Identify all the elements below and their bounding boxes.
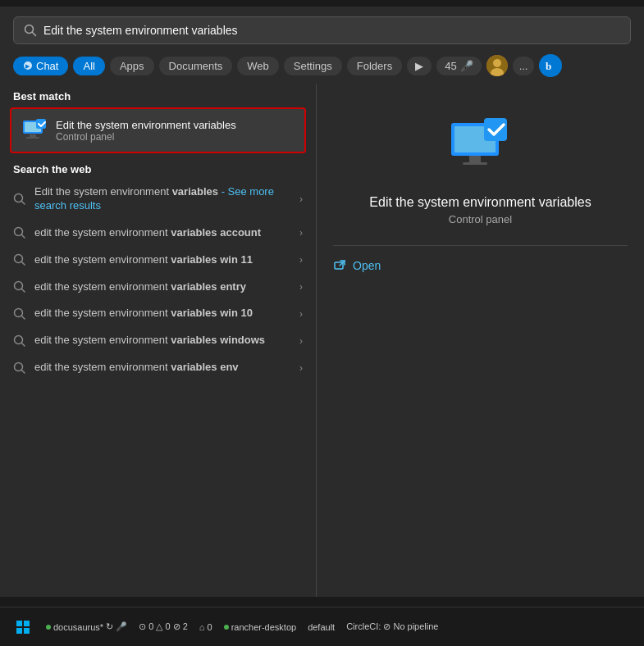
web-item-arrow-4: › — [299, 308, 303, 320]
right-panel-divider — [333, 245, 628, 246]
chat-filter-icon: ▶ — [23, 61, 33, 71]
svg-line-18 — [22, 262, 25, 266]
web-item-arrow-2: › — [299, 254, 303, 266]
right-panel-icon-container — [448, 116, 514, 182]
svg-point-5 — [493, 59, 501, 67]
web-item-arrow-5: › — [299, 335, 303, 347]
taskbar-circleci[interactable]: CircleCI: ⊘ No pipeline — [343, 620, 441, 634]
taskbar-r0[interactable]: ⌂ 0 — [196, 621, 216, 634]
content-area: Best match Edit the system environmen — [0, 84, 644, 597]
start-button[interactable] — [7, 611, 39, 644]
web-item-text-6: edit the system environment variables en… — [34, 361, 291, 375]
svg-rect-10 — [30, 134, 36, 137]
svg-rect-11 — [26, 137, 39, 139]
web-item-1[interactable]: edit the system environment variables ac… — [0, 220, 316, 247]
web-search-icon-2 — [13, 253, 26, 266]
svg-line-1 — [33, 33, 36, 36]
svg-rect-36 — [16, 628, 22, 634]
right-panel: Edit the system environment variables Co… — [317, 84, 644, 597]
user-avatar[interactable] — [486, 55, 508, 76]
web-item-text-3: edit the system environment variables en… — [34, 280, 291, 294]
web-search-icon-3 — [13, 280, 26, 293]
svg-line-26 — [22, 370, 25, 373]
web-search-icon-0 — [13, 193, 26, 206]
svg-rect-34 — [16, 621, 22, 626]
search-panel: Edit the system environment variables ▶ … — [0, 7, 644, 597]
web-search-icon-1 — [13, 226, 26, 239]
filter-chat-button[interactable]: ▶ Chat — [13, 57, 68, 75]
web-item-6[interactable]: edit the system environment variables en… — [0, 354, 316, 381]
web-search-icon-6 — [13, 362, 26, 375]
filter-play-button[interactable]: ▶ — [407, 57, 432, 75]
filter-apps-button[interactable]: Apps — [110, 57, 154, 75]
svg-text:b: b — [546, 60, 551, 72]
svg-rect-37 — [24, 628, 30, 634]
web-item-arrow-6: › — [299, 362, 303, 374]
taskbar-counts[interactable]: ⊙ 0 △ 0 ⊘ 2 — [135, 620, 191, 634]
windows-icon — [15, 619, 31, 635]
taskbar-dot-green — [46, 625, 51, 630]
svg-line-24 — [22, 343, 25, 346]
web-section-label: Search the web — [0, 153, 316, 179]
web-item-text-1: edit the system environment variables ac… — [34, 226, 291, 240]
web-item-arrow-3: › — [299, 281, 303, 293]
open-button[interactable]: Open — [333, 259, 381, 272]
filter-bar: ▶ Chat All Apps Documents Web Settings F… — [0, 51, 644, 84]
taskbar-dot-rancher — [224, 625, 229, 630]
svg-rect-29 — [469, 156, 481, 162]
web-item-2[interactable]: edit the system environment variables wi… — [0, 247, 316, 274]
search-icon — [24, 24, 37, 37]
best-match-item[interactable]: Edit the system environment variables Co… — [10, 107, 306, 153]
right-panel-subtitle: Control panel — [449, 213, 512, 225]
best-match-icon — [21, 117, 48, 143]
web-item-text-4: edit the system environment variables wi… — [34, 307, 291, 321]
svg-rect-30 — [463, 162, 487, 165]
filter-web-button[interactable]: Web — [237, 57, 279, 75]
web-item-arrow-0: › — [299, 193, 303, 205]
web-search-icon-5 — [13, 334, 26, 348]
svg-line-33 — [340, 261, 345, 266]
filter-count: 45 🎤 — [436, 57, 481, 75]
taskbar-docusaurus[interactable]: docusaurus* ↻ 🎤 — [43, 620, 130, 634]
web-item-4[interactable]: edit the system environment variables wi… — [0, 300, 316, 327]
taskbar: docusaurus* ↻ 🎤 ⊙ 0 △ 0 ⊘ 2 ⌂ 0 rancher-… — [0, 607, 644, 646]
svg-rect-35 — [24, 621, 30, 626]
taskbar-status: docusaurus* ↻ 🎤 ⊙ 0 △ 0 ⊘ 2 ⌂ 0 rancher-… — [43, 620, 637, 634]
right-panel-title: Edit the system environment variables — [369, 195, 591, 210]
search-input-value: Edit the system environment variables — [43, 24, 620, 37]
control-panel-icon — [21, 117, 48, 143]
web-item-text-2: edit the system environment variables wi… — [34, 253, 291, 267]
web-item-5[interactable]: edit the system environment variables wi… — [0, 327, 316, 354]
best-match-title: Edit the system environment variables — [56, 119, 295, 131]
web-item-3[interactable]: edit the system environment variables en… — [0, 274, 316, 301]
svg-rect-31 — [484, 118, 507, 141]
search-box[interactable]: Edit the system environment variables — [13, 16, 631, 44]
bing-icon: b — [544, 59, 557, 72]
web-search-icon-4 — [13, 307, 26, 321]
left-panel: Best match Edit the system environmen — [0, 84, 316, 597]
web-item-arrow-1: › — [299, 227, 303, 239]
best-match-label: Best match — [0, 84, 316, 107]
taskbar-default[interactable]: default — [304, 621, 338, 634]
web-item-text-0: Edit the system environment variables - … — [34, 185, 291, 213]
filter-documents-button[interactable]: Documents — [159, 57, 233, 75]
best-match-text: Edit the system environment variables Co… — [56, 119, 295, 143]
right-panel-icon — [448, 116, 512, 174]
web-item-text-5: edit the system environment variables wi… — [34, 334, 291, 348]
avatar-image — [486, 55, 508, 76]
taskbar-rancher[interactable]: rancher-desktop — [221, 621, 300, 634]
svg-line-14 — [22, 201, 25, 204]
open-icon — [333, 259, 346, 272]
web-item-0[interactable]: Edit the system environment variables - … — [0, 179, 316, 220]
filter-all-button[interactable]: All — [73, 57, 104, 75]
filter-folders-button[interactable]: Folders — [347, 57, 402, 75]
filter-more-button[interactable]: ... — [513, 57, 535, 75]
bing-button[interactable]: b — [539, 54, 562, 77]
best-match-subtitle: Control panel — [56, 131, 295, 143]
filter-settings-button[interactable]: Settings — [284, 57, 342, 75]
svg-line-22 — [22, 316, 25, 319]
svg-line-20 — [22, 289, 25, 293]
search-box-container: Edit the system environment variables — [0, 7, 644, 51]
svg-line-16 — [22, 235, 25, 239]
